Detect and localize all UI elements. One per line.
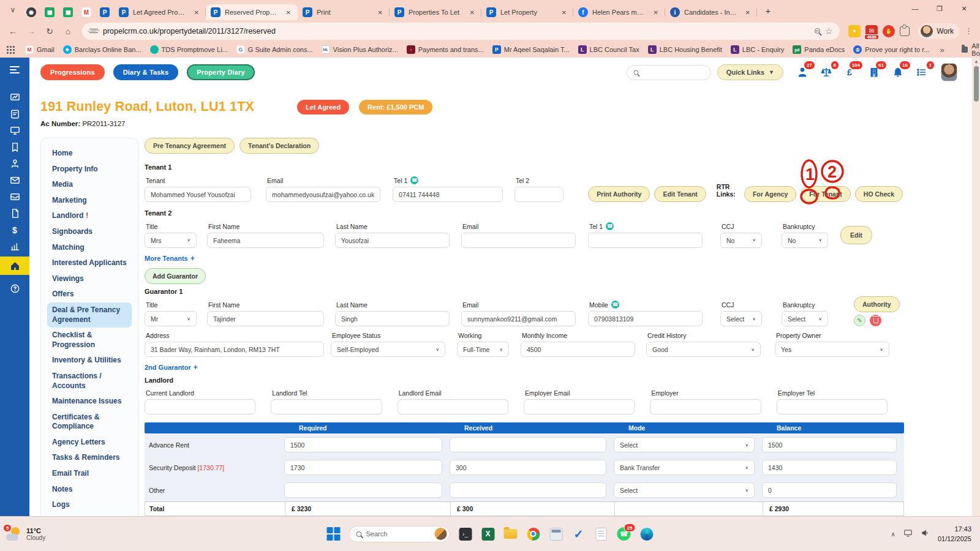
help-icon[interactable] <box>0 280 29 297</box>
working-select[interactable]: Full-Time∨ <box>457 342 509 357</box>
bookmark-item[interactable]: TDS Promptmove Li... <box>146 43 232 56</box>
guarantor-email-input[interactable]: sunnymankoo9211@gmail.com <box>461 311 576 326</box>
site-info-icon[interactable] <box>89 28 98 34</box>
all-bookmarks-button[interactable]: All Bookmarks <box>957 42 980 57</box>
agent-icon[interactable]: 27 <box>796 66 809 79</box>
mail-icon[interactable] <box>0 172 29 189</box>
document-icon[interactable] <box>0 205 29 222</box>
whatsapp-icon[interactable]: ☎25 <box>617 527 631 541</box>
guarantor-bankruptcy-select[interactable]: Select∨ <box>782 311 828 326</box>
display-icon[interactable] <box>903 528 913 540</box>
property-owner-select[interactable]: Yes∨ <box>775 342 889 357</box>
browser-tab[interactable]: Let Agreed Properties ✕ <box>114 4 206 20</box>
minimize-button[interactable]: — <box>903 0 927 17</box>
guarantor-ccj-select[interactable]: Select∨ <box>720 311 762 326</box>
edit-tenant-button[interactable]: Edit Tenant <box>654 186 706 202</box>
whatsapp-icon[interactable]: ☎ <box>611 301 619 309</box>
guarantor-mobile-input[interactable]: 07903813109 <box>588 311 703 326</box>
bookmark-item[interactable]: Gmail <box>21 43 59 56</box>
guarantor-last-name-input[interactable]: Singh <box>335 311 450 326</box>
tenant2-bankruptcy-select[interactable]: No∨ <box>782 233 828 248</box>
notepad-icon[interactable] <box>594 527 609 541</box>
whatsapp-icon[interactable]: ☎ <box>410 176 418 184</box>
address-bar[interactable]: propelcrm.co.uk/propertydetail/2011/3127… <box>82 23 840 40</box>
sidebar-item[interactable]: Landlord! <box>47 208 132 224</box>
sidebar-item[interactable]: Matching <box>47 240 132 256</box>
home-button[interactable]: ⌂ <box>60 23 76 39</box>
required-input[interactable]: 1730 <box>284 460 442 475</box>
reports-icon[interactable] <box>0 238 29 255</box>
sidebar-item[interactable]: Interested Applicants <box>47 255 132 271</box>
reload-button[interactable]: ↻ <box>42 23 58 39</box>
scroll-up-icon[interactable]: ▲ <box>974 59 979 64</box>
nav-pill-button[interactable]: Property Diary <box>187 64 255 80</box>
sidebar-item[interactable]: Media <box>47 177 132 193</box>
quick-links-button[interactable]: Quick Links ▼ <box>717 64 783 80</box>
sidebar-item[interactable]: Tasks & Reminders <box>47 450 132 466</box>
dashboard-icon[interactable] <box>0 89 29 106</box>
tenant2-title-select[interactable]: Mrs∨ <box>145 233 197 248</box>
back-button[interactable]: ← <box>5 23 21 39</box>
bookmark-item[interactable]: Vision Plus Authoriz... <box>317 43 402 56</box>
tab-close-icon[interactable]: ✕ <box>284 9 293 17</box>
adblock-extension-icon[interactable] <box>883 25 895 37</box>
url-text[interactable]: propelcrm.co.uk/propertydetail/2011/3127… <box>103 27 276 36</box>
tab-close-icon[interactable]: ✕ <box>744 9 752 17</box>
tab-close-icon[interactable]: ✕ <box>652 9 660 17</box>
nav-pill-button[interactable]: Diary & Tasks <box>113 64 179 80</box>
landlord-input[interactable] <box>398 399 508 414</box>
landlord-input[interactable] <box>271 399 382 414</box>
guarantor-address-input[interactable]: 31 Bader Way, Rainham, London, RM13 7HT <box>145 342 324 357</box>
extensions-puzzle-icon[interactable] <box>900 26 910 36</box>
chrome-icon[interactable] <box>526 527 541 541</box>
scrollbar-thumb[interactable] <box>974 66 979 102</box>
sidebar-item[interactable]: Maintenance Issues <box>47 394 132 410</box>
tenant2-ccj-select[interactable]: No∨ <box>720 233 762 248</box>
bookmark-item[interactable]: Panda eDocs <box>788 43 849 56</box>
required-input[interactable] <box>284 482 442 498</box>
app-window-icon[interactable] <box>549 527 564 541</box>
rtr-link-button[interactable]: For Tenant <box>801 186 850 202</box>
browser-tab[interactable]: ✕ <box>77 4 96 20</box>
browser-tab[interactable]: Print ✕ <box>298 4 390 20</box>
tenant-name-input[interactable]: Mohammed Yousef Yousofzai <box>145 187 251 202</box>
bookmark-item[interactable]: Mr Aqeel Saqalain T... <box>488 43 574 56</box>
mode-select[interactable]: Select∨ <box>614 482 755 498</box>
tenant2-first-name-input[interactable]: Faheema <box>207 233 324 248</box>
tasks-icon[interactable]: 1 <box>915 66 929 79</box>
delete-guarantor-icon[interactable] <box>870 315 881 326</box>
browser-tab[interactable]: ✕ <box>96 4 114 20</box>
document-tab-button[interactable]: Pre Tenancy Agreement <box>145 138 235 154</box>
sidebar-item[interactable]: Marketing <box>47 193 132 209</box>
rtr-link-button[interactable]: HO Check <box>855 186 903 202</box>
properties-home-icon[interactable] <box>0 257 29 275</box>
new-tab-button[interactable]: + <box>761 3 775 18</box>
landlord-input[interactable] <box>524 399 635 414</box>
building-icon[interactable]: 61 <box>867 66 881 79</box>
bookmark-item[interactable]: Prove your right to r... <box>849 43 933 56</box>
bookmark-item[interactable]: G Suite Admin cons... <box>232 43 317 56</box>
clock[interactable]: 17:43 01/12/2025 <box>938 524 971 544</box>
apps-grid-icon[interactable] <box>6 45 15 54</box>
rtr-link-button[interactable]: For Agency <box>744 186 796 202</box>
edge-icon[interactable] <box>639 527 654 541</box>
page-scrollbar[interactable]: ▲ <box>972 58 980 517</box>
volume-icon[interactable] <box>921 528 930 540</box>
received-input[interactable] <box>450 437 606 452</box>
balance-input[interactable]: 0 <box>762 482 897 498</box>
sidebar-item[interactable]: Property Info <box>47 162 132 178</box>
bookmarks-overflow-icon[interactable]: » <box>935 45 949 54</box>
tab-close-icon[interactable]: ✕ <box>192 9 201 17</box>
excel-icon[interactable]: X <box>481 527 496 541</box>
bookmark-item[interactable]: LBC - Enquiry <box>726 43 788 56</box>
monthly-income-input[interactable]: 4500 <box>521 342 635 357</box>
tenant-tel2-input[interactable] <box>514 187 564 202</box>
bookmark-item[interactable]: Payments and trans... <box>402 43 488 56</box>
browser-tab[interactable]: Candidates - Indeed for ... ✕ <box>665 4 757 20</box>
more-tenants-link[interactable]: More Tenants+ <box>145 254 195 263</box>
sidebar-item[interactable]: Inventory & Utilities <box>47 353 132 369</box>
received-input[interactable]: 300 <box>450 460 606 475</box>
browser-tab[interactable]: ✕ <box>22 4 40 20</box>
authority-button[interactable]: Authority <box>854 296 900 312</box>
tenant-tel1-input[interactable]: 07411 744448 <box>393 187 503 202</box>
